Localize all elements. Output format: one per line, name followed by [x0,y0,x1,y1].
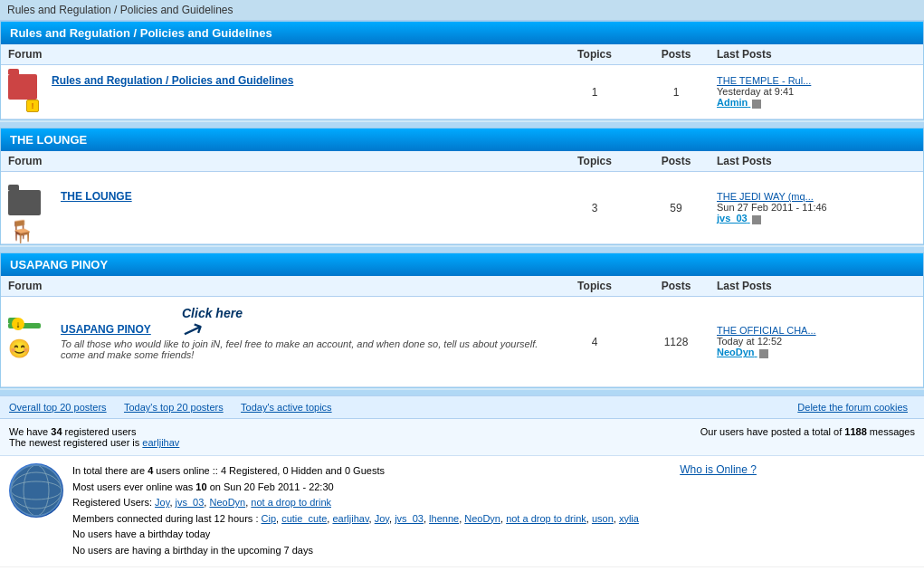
online-area: In total there are 4 users online :: 4 R… [0,456,924,566]
bottom-links-left: Overall top 20 posters Today's top 20 po… [9,401,339,414]
lounge-last-post: THE JEDI WAY (mq... Sun 27 Feb 2011 - 11… [717,191,916,224]
conn-earljihav[interactable]: earljihav [332,513,368,524]
conn-neodyn[interactable]: NeoDyn [464,513,500,524]
usapang-last-post-link[interactable]: THE OFFICIAL CHA... [717,325,916,336]
today-active-link[interactable]: Today's active topics [241,402,332,413]
conn-jvs03[interactable]: jvs_03 [395,513,424,524]
click-here-text: Click here [182,306,243,320]
lounge-last-post-user[interactable]: jvs_03 [717,213,916,224]
usapang-last-post-user[interactable]: NeoDyn [717,347,916,357]
conn-xylia[interactable]: xylia [619,513,639,524]
conn-cip[interactable]: Cip [262,513,277,524]
delete-cookies-link[interactable]: Delete the forum cookies [797,402,908,413]
online-count-line: In total there are 4 users online :: 4 R… [72,463,639,480]
usapang-forum-info: ↓ 😊 USAPANG PINOY To all those who would… [8,323,554,360]
registered-online: 4 [221,465,226,476]
down-arrow-badge: ↓ [12,318,24,330]
usapang-forum-details: USAPANG PINOY To all those who would lik… [61,323,554,360]
lounge-table-header: Forum Topics Posts Last Posts [1,151,923,172]
rules-forum-info: ! Rules and Regulation / Policies and Gu… [8,74,554,110]
reg-user-joy[interactable]: Joy [155,497,169,508]
usapang-last-post-time: Today at 12:52 [717,336,916,347]
lounge-last-post-link[interactable]: THE JEDI WAY (mq... [717,191,916,202]
usapang-forum-icon: ↓ 😊 [8,323,53,359]
page-title-bar: Rules and Regulation / Policies and Guid… [0,0,924,21]
folder-dark-icon [8,190,41,215]
most-ever-count: 10 [195,481,206,492]
newest-user-line: The newest registered user is earljihav [9,437,700,448]
who-is-online-section: Who is Online ? [648,463,757,476]
usapang-forum-name[interactable]: USAPANG PINOY [61,323,554,336]
rules-forum-row: ! Rules and Regulation / Policies and Gu… [1,65,923,119]
who-is-online-link[interactable]: Who is Online ? [680,463,757,476]
rules-last-post-link[interactable]: THE TEMPLE - Rul... [717,75,916,86]
bottom-links-bar: Overall top 20 posters Today's top 20 po… [0,395,924,419]
conn-cutie[interactable]: cutie_cute [281,513,327,524]
rules-forum-icon: ! [8,74,44,110]
lounge-forum-info: 🪑 THE LOUNGE [8,190,554,226]
rules-posts-count: 1 [635,86,717,99]
conn-joy[interactable]: Joy [375,513,389,524]
most-ever-line: Most users ever online was 10 on Sun 20 … [72,480,639,496]
rules-last-post-user[interactable]: Admin [717,97,916,108]
total-messages: 1188 [844,426,866,437]
chair-emoji: 🪑 [8,219,53,244]
lounge-forum-icon: 🪑 [8,190,53,226]
lounge-section-header: THE LOUNGE [1,128,923,151]
lounge-last-post-time: Sun 27 Feb 2011 - 11:46 [717,202,916,213]
stats-right: Our users have posted a total of 1188 me… [700,426,915,437]
online-text: In total there are 4 users online :: 4 R… [72,463,639,559]
bottom-links-right: Delete the forum cookies [797,401,915,414]
smiley-emoji: 😊 [8,338,31,359]
lounge-forum-name[interactable]: THE LOUNGE [61,190,132,203]
last-post-icon [752,100,761,109]
rules-forum-details: Rules and Regulation / Policies and Guid… [52,74,293,87]
lounge-topics-count: 3 [554,202,635,214]
lounge-section: THE LOUNGE Forum Topics Posts Last Posts… [0,128,924,245]
legend-area: Legend : [ Admin ] [ Moderator ] [ Membe… [0,566,924,571]
usapang-posts-count: 1128 [635,336,717,348]
birthday-today-line: No users have a birthday today [72,527,639,543]
reg-user-noadrop[interactable]: not a drop to drink [251,497,331,508]
newest-user-link[interactable]: earljihav [142,437,179,448]
usapang-section: USAPANG PINOY Forum Topics Posts Last Po… [0,252,924,388]
folder-red-icon [8,74,37,100]
birthday-week-line: No users are having a birthday in the up… [72,543,639,559]
usapang-forum-row: Click here ↙ ↓ 😊 USAPANG PINOY To all th… [1,297,923,387]
stats-left: We have 34 registered users The newest r… [9,426,700,448]
conn-lhenne[interactable]: lhenne [429,513,459,524]
lounge-posts-count: 59 [635,202,717,214]
rules-last-post-time: Yesterday at 9:41 [717,86,916,97]
reg-user-neodyn[interactable]: NeoDyn [209,497,245,508]
lounge-forum-details: THE LOUNGE [61,190,132,203]
globe-icon [9,463,63,518]
top-20-posters-link[interactable]: Overall top 20 posters [9,402,107,413]
rules-section: Rules and Regulation / Policies and Guid… [0,21,924,120]
connected-users-line: Members connected during last 12 hours :… [72,511,639,528]
usapang-last-post: THE OFFICIAL CHA... Today at 12:52 NeoDy… [717,325,916,357]
last-post-icon-3 [759,349,768,358]
globe-svg [9,463,63,518]
page-title: Rules and Regulation / Policies and Guid… [7,4,233,16]
usapang-table-header: Forum Topics Posts Last Posts [1,276,923,297]
reg-user-jvs03[interactable]: jvs_03 [176,497,205,508]
usapang-forum-desc: To all those who would like to join iN, … [61,338,554,360]
registered-count-line: We have 34 registered users [9,426,700,437]
rules-table-header: Forum Topics Posts Last Posts [1,44,923,65]
rules-section-header: Rules and Regulation / Policies and Guid… [1,22,923,44]
usapang-section-header: USAPANG PINOY [1,253,923,276]
lounge-forum-row: 🪑 THE LOUNGE 3 59 THE JEDI WAY (mq... Su… [1,172,923,244]
hidden-online: 0 [282,465,288,476]
warning-badge: ! [26,100,39,112]
rules-last-post: THE TEMPLE - Rul... Yesterday at 9:41 Ad… [717,75,916,108]
rules-topics-count: 1 [554,86,635,99]
conn-noadrop[interactable]: not a drop to drink [506,513,586,524]
conn-uson[interactable]: uson [592,513,614,524]
today-top-20-link[interactable]: Today's top 20 posters [124,402,224,413]
most-ever-date: Sun 20 Feb 2011 - 22:30 [224,481,334,492]
rules-forum-name[interactable]: Rules and Regulation / Policies and Guid… [52,74,293,87]
usapang-topics-count: 4 [554,336,635,348]
last-post-icon-2 [752,215,761,224]
folder-green-icon: ↓ [8,323,41,328]
registered-users-line: Registered Users: Joy, jvs_03, NeoDyn, n… [72,495,639,511]
